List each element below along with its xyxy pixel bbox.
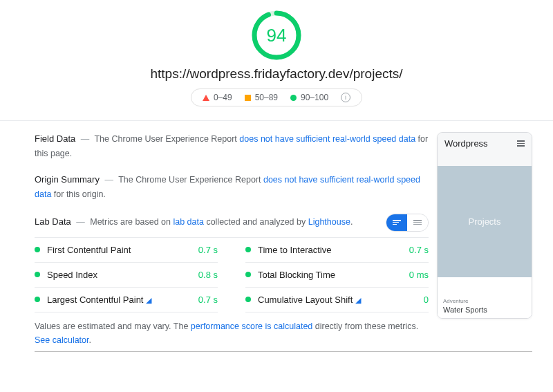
status-dot-icon <box>35 247 40 252</box>
report-header: 94 https://wordpress.fridayfactory.dev/p… <box>0 0 553 113</box>
thumb-title: Wordpress <box>444 138 488 149</box>
lab-link-lighthouse[interactable]: Lighthouse <box>308 217 350 227</box>
metric-value: 0.7 s <box>198 245 218 255</box>
square-icon <box>245 95 251 101</box>
legend-good: 90–100 <box>290 93 328 102</box>
thumb-tag: Adventure <box>443 298 526 304</box>
toggle-expanded-button[interactable] <box>386 214 407 231</box>
metric-row[interactable]: Cumulative Layout Shift◢0 <box>245 288 429 312</box>
metric-row[interactable]: Total Blocking Time0 ms <box>245 263 429 288</box>
view-toggle <box>386 214 429 232</box>
thumb-footer: Adventure Water Sports <box>438 294 532 318</box>
metric-name: Speed Index <box>47 270 198 280</box>
metric-value: 0 <box>424 295 429 305</box>
lab-data-title-row: Lab Data — Metrics are based on lab data… <box>35 215 353 230</box>
origin-summary-section: Origin Summary — The Chrome User Experie… <box>35 173 429 201</box>
metric-row[interactable]: Largest Contentful Paint◢0.7 s <box>35 288 218 312</box>
metric-value: 0.8 s <box>198 270 218 280</box>
legend-good-label: 90–100 <box>301 93 328 102</box>
origin-post: for this origin. <box>51 189 106 199</box>
metrics-grid: First Contentful Paint0.7 sTime to Inter… <box>35 237 429 312</box>
field-data-title: Field Data <box>35 133 75 144</box>
metric-name: Total Blocking Time <box>258 270 409 280</box>
status-dot-icon <box>245 247 251 252</box>
field-data-link[interactable]: does not have sufficient real-world spee… <box>239 134 415 144</box>
metric-name: Largest Contentful Paint◢ <box>47 295 198 305</box>
triangle-icon <box>203 95 209 101</box>
origin-title: Origin Summary <box>35 174 100 185</box>
metric-value: 0 ms <box>409 270 429 280</box>
dash: — <box>104 175 113 185</box>
lab-post: . <box>350 217 353 227</box>
legend-average: 50–89 <box>245 93 278 102</box>
metrics-footnote: Values are estimated and may vary. The p… <box>35 319 429 347</box>
lab-mid: collected and analyzed by <box>204 217 308 227</box>
status-dot-icon <box>35 272 40 277</box>
footnote-mid: directly from these metrics. <box>312 321 418 331</box>
lab-data-header: Lab Data — Metrics are based on lab data… <box>35 214 429 232</box>
page-thumbnail: Wordpress Projects Adventure Water Sport… <box>437 132 532 319</box>
dash: — <box>81 134 90 144</box>
dash: — <box>76 217 85 227</box>
legend-poor-label: 0–49 <box>214 93 232 102</box>
metric-value: 0.7 s <box>198 295 218 305</box>
lab-title: Lab Data <box>35 216 71 227</box>
footnote-link-calc[interactable]: performance score is calculated <box>191 321 312 331</box>
flag-icon: ◢ <box>355 296 361 304</box>
status-dot-icon <box>35 297 40 302</box>
metric-row[interactable]: Time to Interactive0.7 s <box>245 238 429 263</box>
origin-pre: The Chrome User Experience Report <box>118 175 263 185</box>
circle-icon <box>290 95 297 101</box>
footnote-pre: Values are estimated and may vary. The <box>35 321 191 331</box>
metric-row[interactable]: Speed Index0.8 s <box>35 263 218 288</box>
bars-desc-icon <box>393 219 401 226</box>
info-icon[interactable]: i <box>341 93 350 102</box>
hamburger-icon <box>517 140 525 147</box>
status-dot-icon <box>245 272 251 277</box>
metric-row[interactable]: First Contentful Paint0.7 s <box>35 238 218 263</box>
bars-icon <box>413 219 422 226</box>
legend-poor: 0–49 <box>203 93 232 102</box>
lab-link-data[interactable]: lab data <box>173 217 203 227</box>
status-dot-icon <box>245 297 251 302</box>
metric-value: 0.7 s <box>409 245 429 255</box>
page-url: https://wordpress.fridayfactory.dev/proj… <box>0 66 553 82</box>
legend-avg-label: 50–89 <box>255 93 278 102</box>
lab-pre: Metrics are based on <box>90 217 173 227</box>
metric-name: Cumulative Layout Shift◢ <box>258 295 424 305</box>
field-data-section: Field Data — The Chrome User Experience … <box>35 132 429 160</box>
report-body: Field Data — The Chrome User Experience … <box>0 121 553 347</box>
score-legend: 0–49 50–89 90–100 i <box>191 88 362 106</box>
footnote-dot: . <box>89 335 91 345</box>
bottom-divider <box>35 351 532 352</box>
thumb-item: Water Sports <box>443 306 526 314</box>
thumb-header: Wordpress <box>438 133 532 154</box>
metric-name: Time to Interactive <box>258 245 409 255</box>
toggle-collapsed-button[interactable] <box>407 214 428 231</box>
score-value: 94 <box>250 8 303 62</box>
left-column: Field Data — The Chrome User Experience … <box>35 132 429 347</box>
score-gauge: 94 <box>250 8 303 62</box>
metric-name: First Contentful Paint <box>47 245 198 255</box>
flag-icon: ◢ <box>146 296 151 304</box>
thumb-hero-text: Projects <box>438 216 532 227</box>
footnote-link-see[interactable]: See calculator <box>35 335 89 345</box>
field-data-pre: The Chrome User Experience Report <box>94 134 239 144</box>
